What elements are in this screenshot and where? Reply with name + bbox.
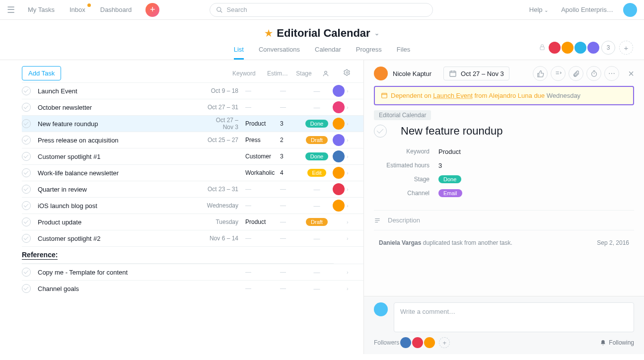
dependency-banner[interactable]: Dependent on Launch Event from Alejandro…	[374, 86, 634, 105]
comment-input[interactable]: Write a comment…	[394, 302, 634, 332]
add-member-button[interactable]: +	[619, 41, 633, 55]
complete-toggle[interactable]	[22, 284, 31, 293]
follower-avatar[interactable]	[424, 337, 435, 348]
member-avatar[interactable]	[573, 41, 587, 55]
task-row[interactable]: Product updateTuesdayProduct—Draft›	[22, 214, 363, 230]
task-keyword: Customer	[245, 153, 280, 160]
field-value-hours[interactable]: 3	[438, 162, 442, 169]
follower-avatar[interactable]	[412, 337, 423, 348]
description-field[interactable]: Description	[374, 210, 634, 230]
assignee-avatar[interactable]	[374, 67, 388, 80]
nav-my-tasks[interactable]: My Tasks	[22, 3, 61, 16]
complete-task-button[interactable]	[374, 125, 387, 138]
current-user-avatar[interactable]	[623, 3, 637, 17]
member-avatar[interactable]	[548, 41, 562, 55]
complete-toggle[interactable]	[22, 168, 31, 177]
task-row[interactable]: Channel goals———›	[22, 280, 363, 296]
due-date-button[interactable]: Oct 27 – Nov 3	[443, 67, 509, 80]
complete-toggle[interactable]	[22, 119, 31, 128]
member-avatar[interactable]	[586, 41, 600, 55]
column-header-stage: Stage	[290, 70, 318, 77]
complete-toggle[interactable]	[22, 86, 31, 95]
complete-toggle[interactable]	[22, 217, 31, 226]
task-stage: —	[303, 202, 331, 210]
task-row[interactable]: Quarter in reviewOct 23 – 31———›	[22, 181, 363, 197]
close-detail-button[interactable]: ×	[628, 68, 634, 79]
tab-calendar[interactable]: Calendar	[315, 46, 341, 60]
follower-avatar[interactable]	[400, 337, 411, 348]
task-row[interactable]: iOS launch blog postWednesday———›	[22, 197, 363, 214]
nav-dashboard[interactable]: Dashboard	[94, 3, 138, 16]
task-row[interactable]: Copy me - Template for content———›	[22, 264, 363, 280]
member-avatar[interactable]	[561, 41, 574, 55]
global-add-button[interactable]: +	[145, 3, 159, 17]
task-estimate: —	[280, 202, 303, 209]
nav-inbox-label: Inbox	[70, 6, 85, 13]
task-assignee[interactable]	[331, 85, 347, 97]
complete-toggle[interactable]	[22, 268, 31, 277]
field-value-keyword[interactable]: Product	[438, 148, 461, 155]
task-row[interactable]: New feature roundupOct 27 – Nov 3Product…	[22, 115, 363, 132]
timer-button[interactable]	[586, 66, 601, 81]
task-assignee[interactable]	[331, 183, 347, 195]
complete-toggle[interactable]	[22, 136, 31, 144]
svg-point-4	[346, 72, 348, 73]
task-estimate: 4	[280, 169, 303, 176]
tab-progress[interactable]: Progress	[356, 46, 382, 60]
section-heading[interactable]: Reference:	[22, 246, 363, 263]
task-estimate: —	[280, 235, 303, 242]
complete-toggle[interactable]	[22, 103, 31, 112]
org-menu[interactable]: Apollo Enterpris…	[561, 6, 613, 13]
search-input[interactable]: Search	[210, 3, 433, 17]
following-toggle[interactable]: Following	[600, 339, 634, 346]
add-follower-button[interactable]: +	[439, 337, 450, 348]
row-caret-icon: ›	[347, 186, 354, 192]
complete-toggle[interactable]	[22, 201, 31, 210]
description-placeholder: Description	[388, 216, 420, 224]
assignee-name[interactable]: Nicole Kaptur	[393, 70, 431, 77]
task-row[interactable]: Launch EventOct 9 – 18———›	[22, 82, 363, 99]
project-breadcrumb[interactable]: Editorial Calendar	[374, 110, 431, 120]
task-row[interactable]: Work-life balance newsletterWorkaholic4E…	[22, 164, 363, 181]
complete-toggle[interactable]	[22, 185, 31, 194]
menu-icon[interactable]: ☰	[7, 4, 15, 15]
task-name: Work-life balance newsletter	[38, 169, 206, 177]
nav-inbox[interactable]: Inbox	[64, 3, 91, 16]
complete-toggle[interactable]	[22, 234, 31, 243]
member-overflow-count[interactable]: 3	[601, 41, 615, 55]
like-button[interactable]	[533, 66, 548, 81]
task-assignee[interactable]	[331, 134, 347, 146]
help-menu[interactable]: Help ⌄	[529, 6, 548, 13]
task-row[interactable]: Customer spotlight #2Nov 6 – 14———›	[22, 230, 363, 246]
task-assignee[interactable]	[331, 200, 347, 212]
tab-list[interactable]: List	[234, 46, 244, 60]
field-value-channel[interactable]: Email	[438, 189, 462, 197]
attachment-button[interactable]	[569, 66, 583, 81]
task-row[interactable]: Press release on acquisitionOct 25 – 27P…	[22, 132, 363, 148]
task-stage: Done	[303, 152, 331, 160]
more-actions-button[interactable]: ⋯	[604, 66, 619, 81]
field-value-stage[interactable]: Done	[438, 175, 461, 183]
task-assignee[interactable]	[331, 101, 347, 113]
task-date: Oct 27 – Nov 3	[206, 117, 245, 131]
task-row[interactable]: October newsletterOct 27 – 31———›	[22, 99, 363, 115]
tab-files[interactable]: Files	[397, 46, 410, 60]
add-task-button[interactable]: Add Task	[22, 66, 61, 80]
subtask-button[interactable]	[551, 66, 566, 81]
task-assignee[interactable]	[331, 150, 347, 162]
bell-icon	[600, 340, 606, 346]
task-name: Product update	[38, 218, 206, 226]
task-row[interactable]: Customer spotlight #1Customer3Done›	[22, 148, 363, 164]
task-title[interactable]: New feature roundup	[401, 125, 502, 138]
tab-conversations[interactable]: Conversations	[259, 46, 300, 60]
task-assignee[interactable]	[331, 118, 347, 130]
project-menu-caret-icon[interactable]: ⌄	[374, 30, 379, 37]
complete-toggle[interactable]	[22, 152, 31, 161]
task-assignee[interactable]	[331, 167, 347, 179]
dep-task-link[interactable]: Launch Event	[433, 92, 473, 99]
task-date: Tuesday	[206, 218, 245, 225]
lock-icon	[539, 44, 546, 52]
task-date: Wednesday	[206, 202, 245, 209]
column-settings-icon[interactable]	[344, 69, 354, 77]
star-icon[interactable]: ★	[265, 28, 273, 39]
